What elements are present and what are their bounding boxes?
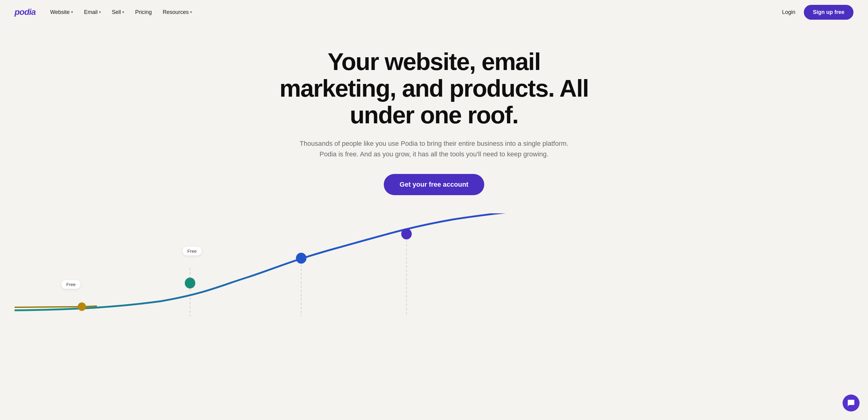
chart-area: Free Free — [14, 213, 854, 316]
chat-icon — [847, 399, 855, 407]
login-button[interactable]: Login — [782, 9, 795, 16]
hero-subtitle: Thousands of people like you use Podia t… — [298, 138, 570, 159]
nav-links: Website ▾ Email ▾ Sell ▾ Pricing Resourc… — [50, 9, 782, 16]
logo[interactable]: podia — [14, 7, 36, 17]
nav-email-label: Email — [84, 9, 97, 16]
nav-item-resources[interactable]: Resources ▾ — [162, 9, 192, 16]
chart-label-1: Free — [61, 280, 81, 289]
chevron-down-icon: ▾ — [122, 10, 124, 14]
chat-bubble[interactable] — [843, 395, 860, 412]
nav-right: Login Sign up free — [782, 5, 854, 20]
chevron-down-icon: ▾ — [71, 10, 73, 14]
chart-dot-blue — [296, 253, 307, 263]
nav-website-label: Website — [50, 9, 70, 16]
chevron-down-icon: ▾ — [99, 10, 101, 14]
nav-sell-label: Sell — [112, 9, 121, 16]
hero-title: Your website, email marketing, and produ… — [268, 49, 600, 129]
hero-section: Your website, email marketing, and produ… — [0, 24, 868, 316]
nav-item-website[interactable]: Website ▾ — [50, 9, 73, 16]
chevron-down-icon: ▾ — [190, 10, 192, 14]
cta-button[interactable]: Get your free account — [384, 174, 484, 195]
growth-chart — [14, 213, 854, 316]
signup-button[interactable]: Sign up free — [804, 5, 854, 20]
nav-pricing-label: Pricing — [135, 9, 152, 16]
nav-resources-label: Resources — [162, 9, 189, 16]
chart-dot-purple — [401, 228, 412, 240]
chart-dot-teal — [185, 278, 195, 288]
chart-dot-gold — [78, 302, 86, 311]
nav-item-email[interactable]: Email ▾ — [84, 9, 101, 16]
navbar: podia Website ▾ Email ▾ Sell ▾ Pricing R… — [0, 0, 868, 24]
nav-item-sell[interactable]: Sell ▾ — [112, 9, 124, 16]
chart-label-2: Free — [183, 247, 202, 255]
nav-item-pricing[interactable]: Pricing — [135, 9, 152, 16]
